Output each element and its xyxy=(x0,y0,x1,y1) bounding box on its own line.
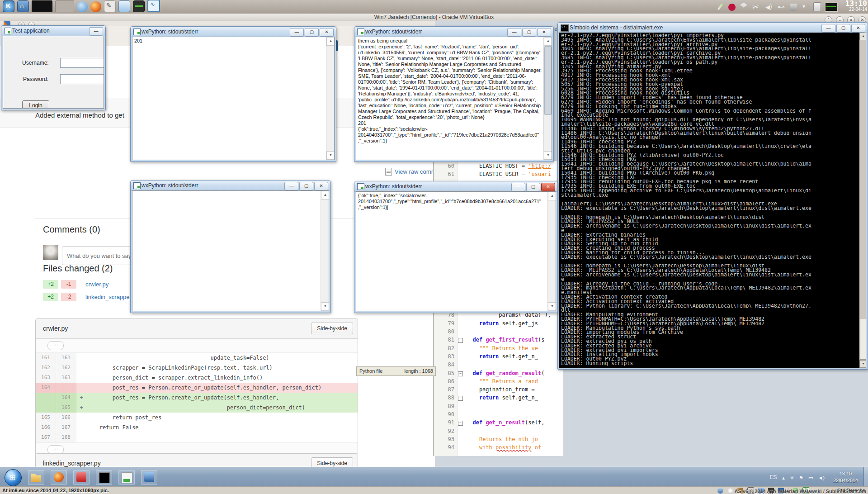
scrollbar[interactable]: ▲▼ xyxy=(547,192,556,311)
maximize-button[interactable]: ▢ xyxy=(299,182,313,190)
home-folder-icon[interactable] xyxy=(17,0,29,12)
wx-text-area[interactable]: {"ok":true,"_index":"socialcrwler- 20140… xyxy=(356,191,556,311)
taskbar-editor-icon[interactable] xyxy=(118,470,135,485)
close-button[interactable]: ✕ xyxy=(851,24,865,33)
network-icon[interactable]: ▭ xyxy=(808,475,813,480)
cmd-titlebar[interactable]: Símbolo del sistema - dist\aimalert.exe … xyxy=(558,23,868,33)
virtualbox-titlebar[interactable]: Win7 Jaratech [Corriendo] - Oracle VM Vi… xyxy=(0,14,868,21)
dropbox-icon[interactable] xyxy=(739,2,748,11)
scroll-up-arrow[interactable]: ▲ xyxy=(544,37,552,46)
scrollbar-thumb[interactable] xyxy=(860,318,866,360)
taskbar-clock[interactable]: 13:10 22/04/2014 xyxy=(833,470,858,484)
fold-toggle-icon[interactable]: − xyxy=(458,396,463,401)
fold-toggle-icon[interactable]: − xyxy=(458,338,463,343)
status-cd-icon[interactable] xyxy=(727,488,733,494)
media-player-icon[interactable] xyxy=(133,0,145,12)
view-raw-commit-link[interactable]: View raw commit xyxy=(385,168,439,176)
wx-titlebar[interactable]: wxPython: stdout/stderr — ▢ ✕ xyxy=(131,27,336,37)
show-desktop-button[interactable] xyxy=(863,467,868,487)
firefox-host-icon[interactable] xyxy=(90,1,101,12)
taskbar-firefox-icon[interactable] xyxy=(51,470,67,485)
scroll-down-arrow[interactable]: ▼ xyxy=(859,360,866,368)
volume-host-icon[interactable] xyxy=(764,2,774,11)
scroll-up-arrow[interactable]: ▲ xyxy=(321,191,329,200)
minimize-button[interactable]: — xyxy=(511,183,525,191)
taskbar-explorer-icon[interactable] xyxy=(28,470,44,485)
scrollbar[interactable]: ▲▼ xyxy=(543,37,552,160)
clipboard-icon[interactable] xyxy=(813,2,821,11)
wx-window-empty[interactable]: wxPython: stdout/stderr — ▢ ✕ ▲▼ xyxy=(130,180,331,313)
expand-diff-button[interactable]: ··· xyxy=(47,341,64,350)
wx-text-area[interactable]: them as being unequal {'current_experien… xyxy=(356,37,552,160)
cmd-window[interactable]: Símbolo del sistema - dist\aimalert.exe … xyxy=(557,22,868,370)
minimize-button[interactable]: — xyxy=(89,27,103,36)
maximize-button[interactable]: ▢ xyxy=(526,183,540,191)
login-button[interactable]: Login xyxy=(22,100,49,109)
console-scrollbar[interactable]: ▲ ▼ xyxy=(859,33,866,368)
terminal-window-icon[interactable] xyxy=(32,0,52,12)
wx-titlebar[interactable]: wxPython: stdout/stderr — ▢ ✕ xyxy=(354,27,553,37)
wx-titlebar[interactable]: wxPython: stdout/stderr — ▢ ✕ xyxy=(131,180,330,191)
scrollbar[interactable]: ▲▼ xyxy=(326,37,334,160)
action-center-flag-icon[interactable]: ⚑ xyxy=(799,475,803,480)
chromium-icon[interactable] xyxy=(77,1,88,12)
scroll-up-arrow[interactable]: ▲ xyxy=(548,192,556,200)
scroll-down-arrow[interactable]: ▼ xyxy=(321,302,329,311)
wx-titlebar[interactable]: wxPython: stdout/stderr — ▢ ✕ xyxy=(354,181,557,192)
minimize-button[interactable]: — xyxy=(284,182,298,190)
test-app-titlebar[interactable]: Test application — xyxy=(1,26,105,36)
kde-menu-icon[interactable] xyxy=(3,0,14,12)
username-field[interactable] xyxy=(60,58,104,68)
start-orb[interactable] xyxy=(5,469,22,486)
taskbar-cmd-icon[interactable] xyxy=(96,470,112,485)
tray-arrow-icon[interactable] xyxy=(801,2,810,11)
color-picker-icon[interactable] xyxy=(716,2,725,11)
scroll-down-arrow[interactable]: ▼ xyxy=(326,151,335,160)
minimize-button[interactable]: — xyxy=(290,28,304,37)
taskbar-app-blue-icon[interactable] xyxy=(141,470,157,485)
maximize-button[interactable]: ▢ xyxy=(305,28,319,37)
language-indicator[interactable]: ES xyxy=(769,474,777,480)
wx-window-json-active[interactable]: wxPython: stdout/stderr — ▢ ✕ {"ok":true… xyxy=(354,181,558,313)
status-hdd-icon[interactable] xyxy=(717,488,723,494)
close-button[interactable]: ✕ xyxy=(320,28,334,37)
wx-text-area[interactable]: ▲▼ xyxy=(132,190,329,311)
scroll-up-arrow[interactable]: ▲ xyxy=(859,33,866,40)
fold-toggle-icon[interactable]: − xyxy=(458,421,463,426)
maximize-button[interactable]: ▢ xyxy=(522,28,536,37)
device-eject-icon[interactable] xyxy=(790,4,797,11)
side-by-side-button[interactable]: Side-by-side xyxy=(311,323,353,334)
system-monitor-icon[interactable] xyxy=(147,0,160,12)
scope-widget-icon[interactable] xyxy=(825,2,838,12)
minimize-button[interactable]: — xyxy=(821,24,835,33)
scrollbar[interactable]: ▲▼ xyxy=(321,191,329,311)
usb-icon[interactable] xyxy=(777,2,786,11)
package-icon[interactable] xyxy=(118,0,130,12)
fold-toggle-icon[interactable]: − xyxy=(458,371,463,376)
text-editor-icon[interactable] xyxy=(104,0,116,12)
close-button[interactable]: ✕ xyxy=(314,182,328,190)
taskbar-app-red-icon[interactable] xyxy=(73,470,90,485)
tray-expand-icon[interactable]: ▴ xyxy=(782,475,785,480)
record-icon[interactable] xyxy=(728,4,736,11)
wx-window-profile-dict[interactable]: wxPython: stdout/stderr — ▢ ✕ them as be… xyxy=(354,26,554,162)
scrollbar-thumb[interactable] xyxy=(544,46,552,115)
minimize-button[interactable]: — xyxy=(507,28,521,37)
console-screen[interactable]: er-2.1-py2.7.egg\PyInstaller\loader\pyi_… xyxy=(559,33,866,368)
expand-diff-button[interactable]: ··· xyxy=(47,445,64,454)
screenshot-scissors-icon[interactable] xyxy=(752,2,761,11)
password-field[interactable] xyxy=(60,74,104,84)
scroll-down-arrow[interactable]: ▼ xyxy=(544,151,552,160)
volume-icon[interactable]: ◄) xyxy=(818,475,825,480)
guest-additions-icon[interactable]: ✳ xyxy=(790,475,794,480)
wx-window-201[interactable]: wxPython: stdout/stderr — ▢ ✕ 201 ▲▼ xyxy=(130,26,336,162)
changed-file-link[interactable]: crwler.py xyxy=(85,281,108,288)
scroll-up-arrow[interactable]: ▲ xyxy=(326,37,335,46)
scroll-down-arrow[interactable]: ▼ xyxy=(548,302,556,311)
wx-text-area[interactable]: 201 ▲▼ xyxy=(132,37,335,160)
maximize-button[interactable]: ▢ xyxy=(836,24,850,33)
test-application-window[interactable]: Test application — Username: Password: L… xyxy=(1,25,106,110)
close-button[interactable]: ✕ xyxy=(541,183,555,191)
close-button[interactable]: ✕ xyxy=(537,28,551,37)
app-window-icon[interactable] xyxy=(55,0,74,12)
